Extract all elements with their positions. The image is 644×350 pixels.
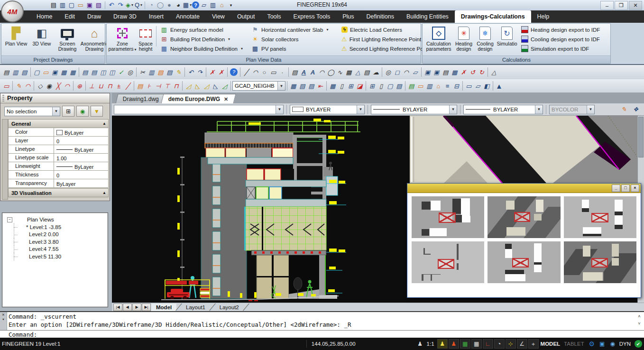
property-row-linetype-scale[interactable]: Linetype scale 1.00	[8, 154, 109, 162]
model-space-toggle[interactable]: MODEL	[541, 341, 561, 347]
bld-save-icon[interactable]	[11, 68, 20, 77]
fillet-icon[interactable]	[402, 68, 411, 77]
command-line-window[interactable]: ✕ ▾ Command: _vscurrentEnter an option […	[0, 311, 644, 339]
break-icon[interactable]	[54, 82, 63, 91]
crosshair-icon[interactable]: ＋	[528, 339, 539, 349]
point-icon[interactable]	[278, 68, 287, 77]
wall-hatch-icon[interactable]	[307, 82, 316, 91]
measure-1-icon[interactable]	[184, 82, 193, 91]
wall-move-icon[interactable]	[316, 82, 325, 91]
convert-icon[interactable]	[407, 82, 416, 91]
open-icon[interactable]	[41, 68, 50, 77]
heating-export-idf-item[interactable]: Heating design export to IDF	[521, 26, 600, 34]
quick-select-icon[interactable]: ◉	[76, 106, 89, 117]
filter-icon[interactable]: ▼	[91, 106, 103, 117]
doc-tab-drawing1[interactable]: Drawing1.dwg	[116, 94, 166, 103]
wall-icon[interactable]	[289, 82, 298, 91]
wipeout-icon[interactable]	[362, 68, 371, 77]
window-edit-icon[interactable]	[395, 82, 404, 91]
paste-special-icon[interactable]	[165, 68, 174, 77]
tree-item-level-1[interactable]: * Level:1 -3.85	[7, 223, 108, 231]
print-icon[interactable]	[81, 68, 90, 77]
window-pane-icon[interactable]	[368, 82, 377, 91]
new-icon[interactable]	[32, 68, 41, 77]
format-painter-icon[interactable]	[174, 68, 183, 77]
purge-icon[interactable]	[217, 68, 226, 77]
tab-view[interactable]: View	[206, 10, 231, 23]
object-snap-icon[interactable]: ⊹	[506, 339, 516, 349]
delete-icon[interactable]	[459, 68, 468, 77]
command-scroll-arrows[interactable]: ˄˅	[636, 313, 643, 327]
node-icon[interactable]	[36, 82, 45, 91]
dim-edit-5-icon[interactable]	[172, 82, 181, 91]
annotation-pen-icon[interactable]: ◉	[608, 340, 617, 348]
lamp-toggle-icon[interactable]: ♟	[437, 339, 448, 349]
first-lighting-reference-point-item[interactable]: ⚠ First Lighting Reference Point	[341, 35, 429, 43]
person-run-icon[interactable]: ♟	[449, 339, 459, 349]
bld-doc-icon[interactable]	[20, 68, 29, 77]
array-icon[interactable]	[450, 68, 459, 77]
drawing-canvas[interactable]: _ □ ×	[112, 116, 644, 303]
rotate-cw-icon[interactable]	[477, 68, 486, 77]
door-2-icon[interactable]	[377, 82, 386, 91]
dim-edit-4-icon[interactable]	[163, 82, 172, 91]
cooling-export-idf-item[interactable]: Cooling design export to IDF	[521, 35, 600, 43]
expand-command-icon[interactable]: ▾	[2, 317, 4, 322]
coordinates-display[interactable]: 144.05,25.85,0.00	[312, 341, 356, 347]
layers-stack-icon[interactable]	[443, 82, 452, 91]
selection-combo[interactable]: No selection▼	[4, 107, 60, 116]
screen-drawing-button[interactable]: Screen Drawing	[55, 25, 80, 55]
rotate-ccw-icon[interactable]	[468, 68, 477, 77]
tree-item-level-3[interactable]: Level:3 3.80	[7, 238, 108, 246]
linetype-combo[interactable]: BYLAYER▼	[371, 105, 457, 114]
dim-edit-2-icon[interactable]	[145, 82, 154, 91]
tree-item-level-2[interactable]: Level:2 0.00	[7, 231, 108, 239]
energy-surface-model-item[interactable]: ▥ Energy surface model	[160, 26, 247, 34]
property-row-linetype[interactable]: Linetype ByLayer	[8, 145, 109, 154]
link-icon[interactable]	[23, 82, 32, 91]
text-underline-icon[interactable]	[299, 68, 308, 77]
3d-view-button[interactable]: ◧ 3D View	[29, 25, 55, 55]
app-logo[interactable]: 4M	[1, 0, 24, 22]
mirror-icon[interactable]	[489, 68, 498, 77]
structure-tree-icon[interactable]	[452, 82, 461, 91]
tab-building-entities[interactable]: Building Entities	[400, 10, 455, 23]
floating-plans-window[interactable]: _ □ ×	[407, 183, 641, 298]
polar-tracking-icon[interactable]: ◔	[494, 339, 505, 349]
export-folder-icon[interactable]	[416, 82, 425, 91]
neighbor-building-definition-item[interactable]: ▦ Neighbor Building Definition	[160, 45, 247, 53]
hatch-edit-icon[interactable]	[344, 68, 353, 77]
slab-icon[interactable]	[464, 82, 473, 91]
tree-item-level-4[interactable]: Level:4 7.55	[7, 246, 108, 253]
tab-layout2[interactable]: Layout2	[215, 304, 244, 311]
property-row-layer[interactable]: Layer 0	[8, 137, 109, 145]
lineweight-combo[interactable]: BYLAYER▼	[463, 105, 543, 114]
select-objects-icon[interactable]: ⊞	[62, 106, 74, 117]
zone-parameters-button[interactable]: Zone parameters	[109, 25, 136, 55]
space-height-button[interactable]: Space height	[136, 25, 155, 55]
tree-item-level-5[interactable]: Level:5 11.30	[7, 253, 108, 260]
erase-icon[interactable]	[208, 68, 217, 77]
copy-props-icon[interactable]	[432, 68, 441, 77]
tab-insert[interactable]: Insert	[143, 10, 170, 23]
revcloud-icon[interactable]	[371, 68, 380, 77]
tab-draw-3d[interactable]: Draw 3D	[107, 10, 143, 23]
minimize-button[interactable]: –	[600, 1, 614, 10]
cooling-design-button[interactable]: ❄ Cooling design	[475, 25, 496, 55]
measure-4-icon[interactable]	[211, 82, 220, 91]
roof-icon[interactable]	[473, 82, 482, 91]
arc-icon[interactable]	[251, 68, 260, 77]
ellipse-icon[interactable]	[326, 68, 335, 77]
up-arrow-icon[interactable]	[495, 82, 504, 91]
tab-annotate[interactable]: Annotate	[170, 10, 206, 23]
pin-icon[interactable]	[45, 82, 54, 91]
hatch-icon[interactable]	[290, 68, 299, 77]
plan-thumbnail-4[interactable]	[412, 241, 484, 283]
dyn-toggle[interactable]: DYN	[619, 341, 631, 347]
close-tab-icon[interactable]: ✕	[224, 96, 228, 102]
redo-icon[interactable]	[195, 68, 204, 77]
dim-linear-icon[interactable]	[87, 82, 96, 91]
center-mark-icon[interactable]	[75, 82, 84, 91]
tab-layout1[interactable]: Layout1	[181, 304, 210, 311]
text-icon[interactable]	[308, 68, 317, 77]
